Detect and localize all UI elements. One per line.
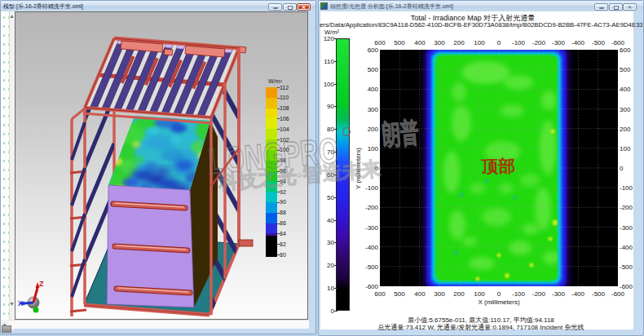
svg-text:X: X	[18, 299, 23, 307]
svg-text:顶部: 顶部	[480, 157, 515, 175]
svg-text:Z: Z	[39, 280, 44, 288]
